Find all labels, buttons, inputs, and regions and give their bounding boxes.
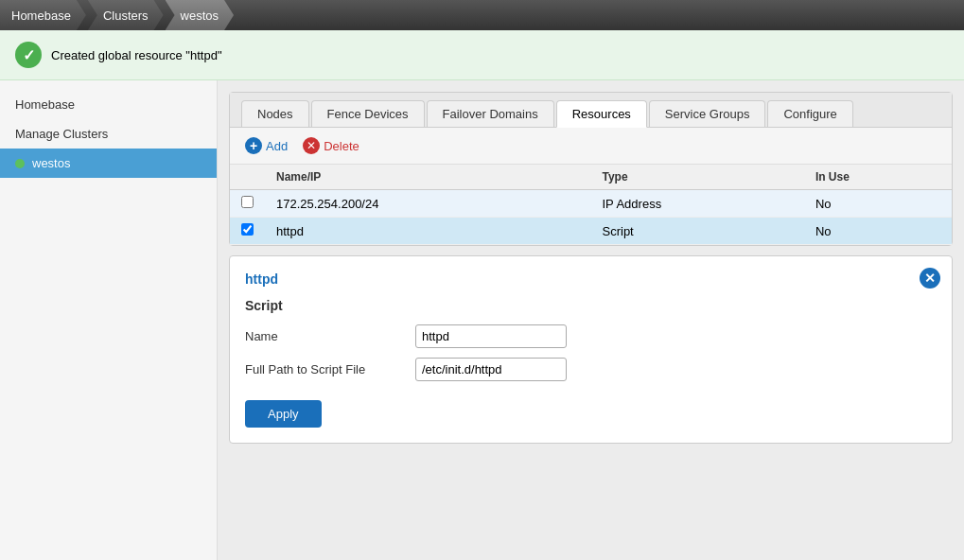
- breadcrumb: Homebase Clusters westos: [0, 0, 964, 30]
- delete-button[interactable]: ✕ Delete: [299, 135, 363, 156]
- row-checkbox-2[interactable]: [241, 223, 254, 236]
- tab-fence-devices[interactable]: Fence Devices: [311, 100, 425, 127]
- table-row[interactable]: httpd Script No: [230, 218, 952, 245]
- tab-failover-domains[interactable]: Failover Domains: [427, 100, 554, 127]
- path-input[interactable]: [415, 358, 567, 381]
- row-type-2: Script: [591, 218, 804, 245]
- close-button[interactable]: ✕: [920, 268, 940, 289]
- path-field-row: Full Path to Script File: [245, 358, 937, 381]
- checkbox-col-header: [230, 165, 265, 190]
- tab-resources[interactable]: Resources: [556, 100, 647, 128]
- row-inuse-2: No: [804, 218, 952, 245]
- resource-table: Name/IP Type In Use 172.25.254.200/24 IP…: [230, 165, 952, 245]
- breadcrumb-homebase[interactable]: Homebase: [0, 0, 86, 30]
- apply-button[interactable]: Apply: [245, 400, 322, 428]
- col-type: Type: [591, 165, 804, 190]
- sidebar-westos-label: westos: [32, 156, 70, 170]
- section-title: Script: [245, 298, 937, 313]
- banner-message: Created global resource "httpd": [51, 48, 222, 62]
- delete-icon: ✕: [303, 137, 320, 154]
- tab-nodes[interactable]: Nodes: [241, 100, 309, 127]
- row-type-1: IP Address: [591, 190, 804, 218]
- row-checkbox-1[interactable]: [241, 196, 254, 208]
- check-icon: [15, 42, 42, 68]
- tab-service-groups[interactable]: Service Groups: [649, 100, 766, 127]
- breadcrumb-westos[interactable]: westos: [166, 0, 234, 30]
- add-icon: +: [245, 137, 262, 154]
- row-name-1: 172.25.254.200/24: [265, 190, 591, 218]
- tab-bar: Nodes Fence Devices Failover Domains Res…: [230, 93, 952, 128]
- success-banner: Created global resource "httpd": [0, 30, 964, 80]
- detail-panel: httpd ✕ Script Name Full Path to Script …: [229, 255, 953, 444]
- name-label: Name: [245, 329, 415, 343]
- path-label: Full Path to Script File: [245, 362, 415, 376]
- resource-toolbar: + Add ✕ Delete: [230, 128, 952, 165]
- detail-title: httpd: [245, 271, 937, 287]
- sidebar-item-homebase[interactable]: Homebase: [0, 90, 217, 119]
- sidebar-item-westos[interactable]: westos: [0, 149, 217, 178]
- content-area: Nodes Fence Devices Failover Domains Res…: [218, 80, 964, 560]
- main-layout: Homebase Manage Clusters westos Nodes Fe…: [0, 80, 964, 560]
- delete-label: Delete: [324, 139, 359, 153]
- add-label: Add: [266, 139, 288, 153]
- row-name-2: httpd: [265, 218, 591, 245]
- name-input[interactable]: [415, 324, 567, 348]
- tab-configure[interactable]: Configure: [767, 100, 852, 127]
- breadcrumb-clusters[interactable]: Clusters: [88, 0, 164, 30]
- table-row[interactable]: 172.25.254.200/24 IP Address No: [230, 190, 952, 218]
- sidebar: Homebase Manage Clusters westos: [0, 80, 218, 560]
- row-inuse-1: No: [804, 190, 952, 218]
- add-button[interactable]: + Add: [241, 135, 291, 156]
- sidebar-item-manage-clusters[interactable]: Manage Clusters: [0, 119, 217, 149]
- cluster-status-dot: [15, 159, 25, 168]
- col-in-use: In Use: [804, 165, 952, 190]
- name-field-row: Name: [245, 324, 937, 348]
- col-name: Name/IP: [265, 165, 591, 190]
- main-panel: Nodes Fence Devices Failover Domains Res…: [229, 92, 953, 246]
